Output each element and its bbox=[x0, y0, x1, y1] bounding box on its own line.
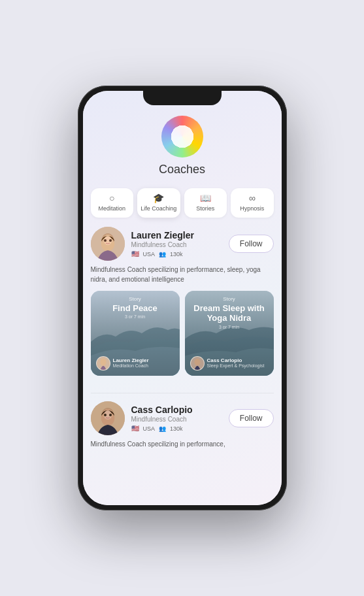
coach-info-cass: Cass Carlopio Mindfulness Coach 🇺🇸 USA 👥… bbox=[131, 404, 222, 432]
svg-point-19 bbox=[109, 414, 112, 416]
coach-followers-cass: 130k bbox=[170, 425, 183, 432]
coach-header-cass: Cass Carlopio Mindfulness Coach 🇺🇸 USA 👥… bbox=[91, 401, 274, 435]
story-author-1: Lauren Ziegler Meditation Coach bbox=[96, 356, 174, 371]
stories-icon: 📖 bbox=[200, 193, 211, 203]
story-card-find-peace[interactable]: Story Find Peace 3 or 7 min bbox=[91, 291, 180, 376]
followers-icon-lauren: 👥 bbox=[159, 251, 166, 257]
meditation-icon: ○ bbox=[109, 193, 114, 203]
page-title: Coaches bbox=[159, 163, 205, 176]
story-meta-1: 3 or 7 min bbox=[96, 314, 174, 319]
coach-title-lauren: Mindfulness Coach bbox=[131, 241, 222, 248]
coach-name-lauren: Lauren Ziegler bbox=[131, 229, 222, 241]
story-content-2: Story Dream Sleep with Yoga Nidra 3 or 7… bbox=[185, 291, 274, 376]
followers-icon-cass: 👥 bbox=[159, 425, 166, 432]
coach-info-lauren: Lauren Ziegler Mindfulness Coach 🇺🇸 USA … bbox=[131, 229, 222, 257]
follow-button-lauren[interactable]: Follow bbox=[229, 235, 274, 253]
coach-country-cass: USA bbox=[143, 425, 156, 432]
svg-point-6 bbox=[109, 239, 112, 242]
story-meta-2: 3 or 7 min bbox=[190, 325, 269, 329]
story-title-1: Find Peace bbox=[96, 303, 174, 314]
story-title-2: Dream Sleep with Yoga Nidra bbox=[190, 303, 269, 323]
tab-hypnosis[interactable]: ∞ Hypnosis bbox=[231, 188, 274, 218]
svg-point-18 bbox=[104, 414, 107, 416]
coach-header-lauren: Lauren Ziegler Mindfulness Coach 🇺🇸 USA … bbox=[91, 227, 274, 261]
coach-section-cass: Cass Carlopio Mindfulness Coach 🇺🇸 USA 👥… bbox=[83, 401, 282, 463]
story-author-name-1: Lauren Ziegler bbox=[113, 357, 174, 364]
story-row: Story Find Peace 3 or 7 min bbox=[91, 291, 274, 376]
story-card-dream-sleep[interactable]: Story Dream Sleep with Yoga Nidra 3 or 7… bbox=[185, 291, 274, 376]
life-coaching-icon: 🎓 bbox=[153, 193, 164, 203]
phone-screen: Coaches ○ Meditation 🎓 Life Coaching 📖 S… bbox=[83, 91, 282, 505]
phone-frame: Coaches ○ Meditation 🎓 Life Coaching 📖 S… bbox=[78, 86, 287, 510]
rainbow-circle-icon bbox=[161, 116, 203, 157]
story-author-name-2: Cass Carlopio bbox=[207, 357, 269, 364]
story-content-1: Story Find Peace 3 or 7 min bbox=[91, 291, 180, 376]
coach-name-cass: Cass Carlopio bbox=[131, 404, 222, 416]
life-coaching-label: Life Coaching bbox=[141, 205, 176, 212]
story-author-info-1: Lauren Ziegler Meditation Coach bbox=[113, 357, 174, 369]
story-author-role-1: Meditation Coach bbox=[113, 363, 174, 369]
story-author-avatar-cass bbox=[190, 356, 205, 371]
coach-meta-cass: 🇺🇸 USA 👥 130k bbox=[131, 425, 222, 432]
coach-avatar-cass bbox=[91, 401, 125, 435]
meditation-label: Meditation bbox=[98, 205, 125, 212]
coach-bio-lauren: Mindfulness Coach specilizing in perform… bbox=[91, 265, 274, 284]
coach-section-lauren: Lauren Ziegler Mindfulness Coach 🇺🇸 USA … bbox=[83, 227, 282, 393]
tab-meditation[interactable]: ○ Meditation bbox=[91, 188, 134, 218]
svg-point-9 bbox=[100, 359, 106, 366]
coach-avatar-lauren bbox=[91, 227, 125, 261]
flag-usa-2: 🇺🇸 bbox=[131, 425, 139, 432]
flag-usa-1: 🇺🇸 bbox=[131, 250, 139, 257]
story-label-2: Story bbox=[190, 296, 269, 302]
tab-life-coaching[interactable]: 🎓 Life Coaching bbox=[137, 188, 180, 218]
category-row: ○ Meditation 🎓 Life Coaching 📖 Stories ∞… bbox=[83, 188, 282, 218]
screen-content[interactable]: Coaches ○ Meditation 🎓 Life Coaching 📖 S… bbox=[83, 91, 282, 505]
tab-stories[interactable]: 📖 Stories bbox=[184, 188, 227, 218]
hypnosis-icon: ∞ bbox=[249, 193, 256, 203]
story-label-1: Story bbox=[96, 296, 174, 302]
divider bbox=[91, 393, 274, 393]
hypnosis-label: Hypnosis bbox=[240, 205, 264, 212]
follow-button-cass[interactable]: Follow bbox=[229, 409, 274, 427]
notch bbox=[143, 91, 222, 105]
coach-title-cass: Mindfulness Coach bbox=[131, 416, 222, 423]
story-author-avatar-lauren bbox=[96, 356, 110, 371]
svg-point-5 bbox=[104, 239, 107, 242]
coach-country-lauren: USA bbox=[143, 251, 156, 257]
stories-label: Stories bbox=[196, 205, 214, 212]
svg-point-12 bbox=[194, 359, 200, 366]
coach-bio-cass: Mindfulness Coach specilizing in perform… bbox=[91, 439, 274, 449]
coach-followers-lauren: 130k bbox=[170, 251, 183, 257]
story-author-2: Cass Carlopio Sleep Expert & Psychologis… bbox=[190, 356, 269, 371]
story-author-info-2: Cass Carlopio Sleep Expert & Psychologis… bbox=[207, 357, 269, 369]
header: Coaches bbox=[83, 109, 282, 188]
coach-meta-lauren: 🇺🇸 USA 👥 130k bbox=[131, 250, 222, 257]
story-author-role-2: Sleep Expert & Psychologist bbox=[207, 363, 269, 369]
